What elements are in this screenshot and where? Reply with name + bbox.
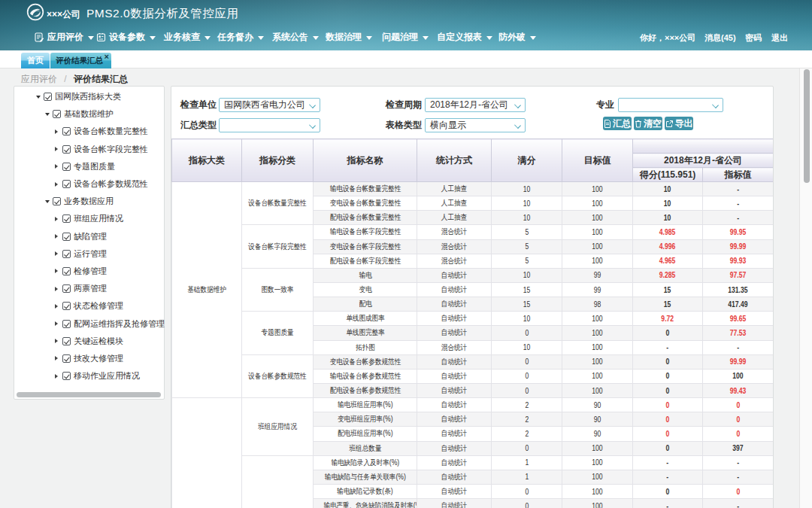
column-header: 指标名称 [314,139,417,182]
nav-item-1[interactable]: 应用评价 [35,31,94,43]
tree-expand-icon[interactable] [45,200,50,203]
score-cell: - [633,470,703,484]
table-type-value: 横向显示 [430,120,466,130]
specialty-select[interactable] [618,98,723,112]
breadcrumb-parent[interactable]: 应用评价 [21,74,57,84]
nav-item-6[interactable]: 数据治理 [326,31,372,43]
tree-item[interactable]: 配网运维指挥及抢修管理 [14,315,164,332]
check-period-select[interactable]: 2018年12月-省公司 [425,98,526,112]
tree-checkbox[interactable] [62,284,71,293]
full-score-cell: 10 [492,268,562,282]
tree-item[interactable]: 检修管理 [14,263,164,280]
tree-checkbox[interactable] [44,93,52,101]
indicator-name-cell-text: 配电设备台帐字段完整性 [329,256,401,266]
indicator-value-cell-text: 0 [736,415,740,424]
tree-expand-icon[interactable] [36,96,41,99]
messages-link[interactable]: 消息(45) [704,32,736,44]
logout-link[interactable]: 退出 [771,32,788,44]
password-link[interactable]: 密码 [745,32,762,44]
nav-item-7[interactable]: 问题治理 [382,31,429,43]
statistic-method-cell-text: 混合统计 [441,342,467,353]
indicator-value-cell-text: 77.53 [730,329,747,337]
tree-collapse-icon[interactable] [55,269,58,273]
tree-collapse-icon[interactable] [55,321,58,326]
tree-checkbox[interactable] [53,110,61,118]
tree-collapse-icon[interactable] [55,356,58,360]
tree-item[interactable]: 运行管理 [14,245,164,263]
tree-collapse-icon[interactable] [55,217,58,221]
tree-collapse-icon[interactable] [55,287,58,291]
nav-item-9[interactable]: 防外破 [498,31,536,43]
tree-checkbox[interactable] [62,320,71,328]
tab-home[interactable]: 首页 [21,53,50,68]
nav-item-3[interactable]: 业务核查 [164,31,211,43]
tree-checkbox[interactable] [62,163,71,171]
full-score-cell-text: 10 [523,271,531,279]
tree-checkbox[interactable] [62,233,71,241]
export-button[interactable]: 导出 [665,117,693,130]
clear-button[interactable]: 清空 [634,117,662,130]
tree-collapse-icon[interactable] [55,251,58,256]
tree-collapse-icon[interactable] [55,339,58,343]
tree-item[interactable]: 两票管理 [14,280,164,297]
tree-checkbox[interactable] [53,197,61,205]
tree-checkbox[interactable] [62,214,71,223]
tree-checkbox[interactable] [62,337,71,345]
score-cell: - [633,455,703,470]
tree-item[interactable]: 缺陷管理 [14,228,164,245]
statistic-method-cell-text: 混合统计 [441,242,467,252]
statistic-method-cell: 混合统计 [417,340,492,354]
tree-item[interactable]: 设备台帐字段完整性 [14,141,164,158]
full-score-cell: 5 [492,254,562,268]
vertical-scrollbar-thumb[interactable] [804,69,810,183]
target-value-cell: 100 [562,499,633,508]
tree-item[interactable]: 技改大修管理 [14,350,164,367]
nav-item-8[interactable]: 自定义报表 [437,31,492,43]
indicator-value-cell-text: - [737,214,739,222]
tree-checkbox[interactable] [62,127,71,135]
indicator-value-cell-text: 99.95 [730,228,747,236]
tree-collapse-icon[interactable] [55,147,58,151]
tree-item[interactable]: 基础数据维护 [14,105,164,123]
tree-collapse-icon[interactable] [55,234,58,239]
tree-collapse-icon[interactable] [55,182,58,187]
sidebar-horizontal-scrollbar[interactable] [17,392,161,397]
tree-item[interactable]: 状态检修管理 [14,297,164,315]
tab-close-icon[interactable]: × [105,53,109,61]
indicator-value-cell: 0 [703,484,774,498]
tree-collapse-icon[interactable] [55,129,58,134]
tree-checkbox[interactable] [62,354,71,363]
tree-item[interactable]: 设备台帐数量完整性 [14,123,164,140]
nav-item-4[interactable]: 任务督办 [217,31,264,43]
full-score-cell: 0 [492,484,562,498]
tree-checkbox[interactable] [62,180,71,188]
tree-item[interactable]: 关键运检模块 [14,333,164,350]
table-type-select[interactable]: 横向显示 [425,118,526,132]
tree-collapse-icon[interactable] [55,164,58,169]
tree-toggle [55,182,62,187]
tree-collapse-icon[interactable] [55,374,58,379]
tree-item[interactable]: 专题图质量 [14,158,164,175]
tree-checkbox[interactable] [62,250,71,258]
tab-evaluation-summary[interactable]: 评价结果汇总 × [50,53,111,68]
tree-expand-icon[interactable] [45,113,50,116]
target-value-cell: 100 [562,225,633,239]
tree-item[interactable]: 移动作业应用情况 [14,367,164,385]
tree-checkbox[interactable] [62,145,71,154]
tree-item[interactable]: 业务数据应用 [14,193,164,210]
full-score-cell-text: 0 [525,357,529,366]
tree-item[interactable]: 班组应用情况 [14,210,164,227]
tree-item[interactable]: 国网陕西指标大类 [14,88,164,105]
tree-item[interactable]: 设备台帐参数规范性 [14,175,164,193]
tree-item-label: 检修管理 [74,266,107,277]
vertical-scrollbar-track[interactable] [799,68,812,508]
summarize-button[interactable]: 汇总 [603,117,632,130]
check-unit-select[interactable]: 国网陕西省电力公司 [219,98,320,112]
tree-checkbox[interactable] [62,267,71,275]
summary-type-select[interactable] [219,118,320,132]
nav-item-5[interactable]: 系统公告 [272,31,319,43]
tree-collapse-icon[interactable] [55,304,58,309]
nav-item-2[interactable]: 设备参数 [96,31,156,43]
tree-checkbox[interactable] [62,302,71,310]
tree-checkbox[interactable] [62,372,71,380]
